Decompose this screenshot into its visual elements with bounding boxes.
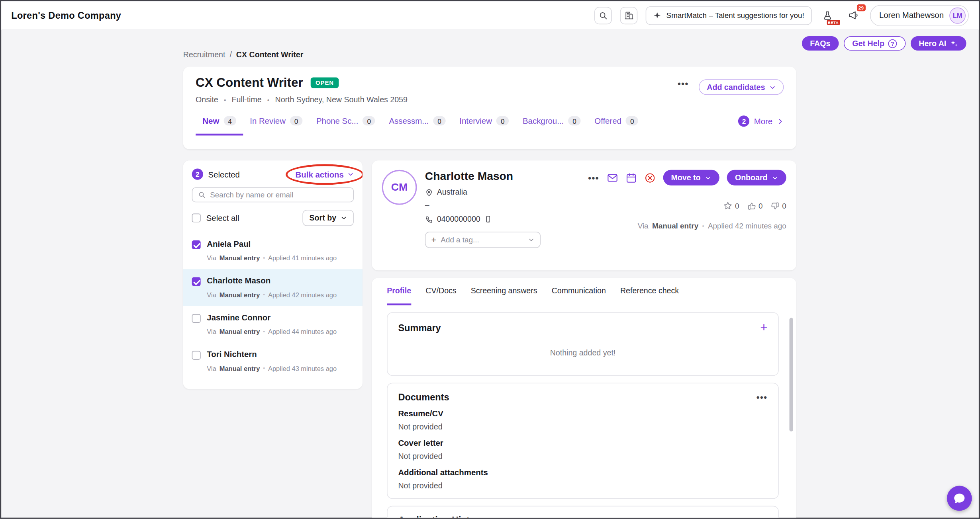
dot-separator: •: [263, 328, 265, 335]
add-candidates-button[interactable]: Add candidates: [699, 79, 784, 95]
candidate-detail-header: CM Charlotte Mason Australia – 040000000…: [372, 160, 796, 270]
sort-by-button[interactable]: Sort by: [302, 210, 354, 226]
organisation-button[interactable]: [620, 6, 637, 24]
search-button[interactable]: [594, 6, 612, 24]
labs-beta-button[interactable]: BETA: [820, 7, 835, 23]
tab-label: Reference check: [620, 286, 679, 295]
stage-tab-background-check[interactable]: Backgrou... 0: [516, 109, 588, 136]
stage-tab-phone-screening[interactable]: Phone Sc... 0: [310, 109, 382, 136]
candidate-row[interactable]: Tori Nichtern Via Manual entry • Applied…: [183, 343, 363, 380]
onboard-button[interactable]: Onboard: [727, 170, 786, 185]
candidate-more-menu-button[interactable]: •••: [588, 173, 599, 182]
email-button[interactable]: [607, 172, 618, 183]
job-employment-type: Full-time: [232, 96, 262, 104]
announcements-button[interactable]: 29: [845, 7, 862, 23]
tab-reference-check[interactable]: Reference check: [620, 278, 679, 305]
select-all-checkbox[interactable]: [192, 214, 201, 222]
company-name: Loren's Demo Company: [11, 10, 121, 21]
move-to-button[interactable]: Move to: [663, 170, 719, 185]
scrollbar-thumb[interactable]: [790, 318, 793, 432]
candidate-info: Jasmine Connor Via Manual entry • Applie…: [207, 313, 337, 335]
job-status-badge: OPEN: [311, 78, 339, 88]
beta-badge: BETA: [827, 20, 840, 25]
add-tag-dropdown[interactable]: + Add a tag...: [425, 232, 541, 248]
dot-separator: •: [224, 96, 226, 103]
selected-count-badge: 2: [192, 169, 203, 180]
job-title: CX Content Writer: [196, 76, 303, 90]
plus-icon: +: [431, 235, 437, 244]
more-stages-button[interactable]: 2 More: [738, 115, 784, 129]
tab-profile[interactable]: Profile: [387, 278, 411, 305]
candidate-checkbox[interactable]: [192, 277, 201, 286]
documents-more-menu-button[interactable]: •••: [757, 392, 768, 401]
document-label: Additional attachments: [398, 468, 767, 477]
smartmatch-icon: [653, 11, 661, 19]
tab-communication[interactable]: Communication: [552, 278, 606, 305]
smartmatch-button[interactable]: SmartMatch – Talent suggestions for you!: [646, 6, 812, 25]
candidate-name: Tori Nichtern: [207, 350, 337, 359]
candidate-checkbox[interactable]: [192, 351, 201, 360]
detail-applied: Applied 42 minutes ago: [708, 222, 786, 230]
candidate-name: Charlotte Mason: [207, 276, 337, 285]
candidate-checkbox[interactable]: [192, 314, 201, 323]
thumbs-up-rating[interactable]: 0: [747, 201, 763, 210]
job-title-block: CX Content Writer OPEN Onsite • Full-tim…: [196, 76, 408, 104]
notification-badge: 29: [857, 4, 865, 11]
chevron-down-icon: [341, 215, 347, 221]
stage-tab-new[interactable]: New 4: [196, 109, 243, 136]
user-name: Loren Mathewson: [879, 11, 944, 20]
mobile-icon[interactable]: [484, 215, 492, 223]
via-prefix: Via: [207, 328, 216, 336]
document-label: Cover letter: [398, 438, 767, 448]
candidate-search-input[interactable]: [210, 191, 347, 199]
get-help-button[interactable]: Get Help ?: [843, 36, 906, 51]
reject-button[interactable]: [644, 172, 655, 183]
bulk-actions-button[interactable]: Bulk actions: [296, 170, 354, 179]
schedule-button[interactable]: [625, 172, 637, 183]
stage-tab-label: Backgrou...: [523, 116, 564, 126]
stage-tab-interview[interactable]: Interview 0: [453, 109, 516, 136]
get-help-label: Get Help: [852, 39, 884, 48]
thumbs-down-rating[interactable]: 0: [771, 201, 786, 210]
candidate-row[interactable]: Charlotte Mason Via Manual entry • Appli…: [183, 269, 363, 306]
via-prefix: Via: [207, 291, 216, 299]
bulk-actions-label: Bulk actions: [296, 170, 344, 179]
breadcrumb: Recruitment / CX Content Writer: [183, 51, 304, 59]
candidate-applied: Applied 42 minutes ago: [268, 291, 337, 299]
user-menu[interactable]: Loren Mathewson LM: [870, 5, 968, 26]
dot-separator: •: [263, 365, 265, 372]
candidate-checkbox[interactable]: [192, 240, 201, 249]
stage-tab-in-review[interactable]: In Review 0: [243, 109, 310, 136]
question-icon: ?: [888, 39, 897, 48]
stage-tab-offered[interactable]: Offered 0: [588, 109, 645, 136]
job-location: North Sydney, New South Wales 2059: [275, 96, 407, 104]
stage-tab-label: Phone Sc...: [316, 116, 358, 126]
add-summary-button[interactable]: +: [760, 321, 767, 333]
chevron-right-icon: [777, 118, 784, 125]
tab-cv-docs[interactable]: CV/Docs: [425, 278, 456, 305]
dot-separator: •: [267, 96, 270, 103]
hero-ai-button[interactable]: Hero AI: [911, 36, 966, 51]
candidate-profile-panel: Profile CV/Docs Screening answers Commun…: [372, 278, 796, 519]
tab-screening-answers[interactable]: Screening answers: [471, 278, 537, 305]
dot-separator: •: [263, 255, 265, 261]
candidate-meta: Via Manual entry • Applied 43 minutes ag…: [207, 365, 337, 372]
chat-widget-button[interactable]: [947, 486, 972, 511]
breadcrumb-parent[interactable]: Recruitment: [183, 51, 225, 59]
smartmatch-label: SmartMatch – Talent suggestions for you!: [666, 11, 804, 20]
stage-tab-count: 0: [363, 116, 375, 126]
stage-tab-assessment[interactable]: Assessm... 0: [382, 109, 453, 136]
candidate-row[interactable]: Jasmine Connor Via Manual entry • Applie…: [183, 306, 363, 343]
candidate-applied: Applied 43 minutes ago: [268, 365, 337, 372]
faqs-button[interactable]: FAQs: [802, 36, 839, 51]
stage-tab-count: 0: [626, 116, 639, 126]
select-all-label: Select all: [206, 213, 239, 223]
hero-ai-label: Hero AI: [919, 39, 946, 48]
stage-tab-count: 0: [290, 116, 303, 126]
candidate-row[interactable]: Aniela Paul Via Manual entry • Applied 4…: [183, 232, 363, 269]
candidate-source: Manual entry: [220, 328, 260, 336]
star-rating[interactable]: 0: [723, 201, 739, 211]
candidate-source: Manual entry: [220, 365, 260, 372]
tab-label: Communication: [552, 286, 606, 295]
job-more-menu-button[interactable]: •••: [678, 79, 689, 88]
